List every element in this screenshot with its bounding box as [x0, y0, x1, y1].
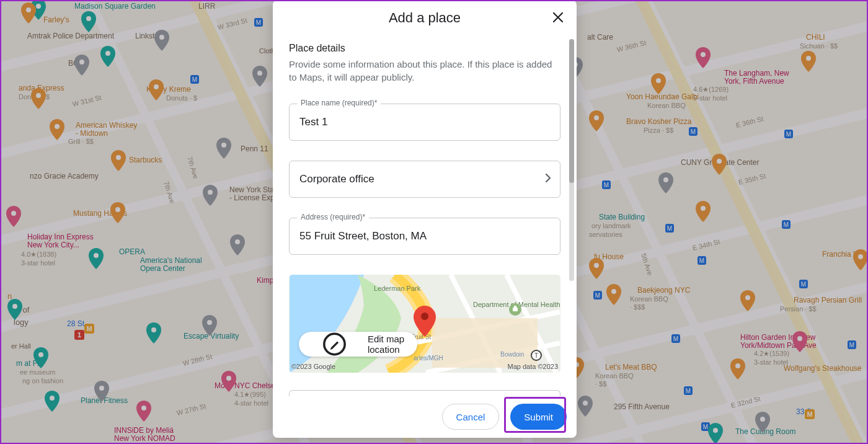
svg-text:T: T: [534, 352, 538, 359]
submit-button[interactable]: Submit: [510, 404, 567, 430]
section-title: Place details: [289, 43, 560, 54]
category-value: Corporate office: [299, 173, 550, 185]
place-name-label: Place name (required)*: [297, 99, 381, 107]
chevron-right-icon: [545, 173, 551, 185]
place-name-field[interactable]: Place name (required)*: [289, 104, 560, 141]
dialog-body: Place details Provide some information a…: [273, 35, 577, 396]
cancel-button[interactable]: Cancel: [442, 404, 500, 430]
dialog-footer: Cancel Submit: [273, 396, 577, 438]
address-input[interactable]: [299, 230, 550, 242]
category-field[interactable]: Corporate office: [289, 161, 560, 198]
svg-rect-98: [432, 318, 538, 368]
dialog-title: Add a place: [389, 10, 461, 26]
location-map-preview[interactable]: Lederman Park Department of Mental Healt…: [289, 275, 560, 373]
next-field-peek: [289, 390, 560, 396]
close-icon: [552, 12, 564, 23]
edit-map-location-button[interactable]: Edit map location: [299, 332, 417, 357]
scrollbar-thumb[interactable]: [569, 39, 574, 183]
mini-map-area2-label: Bowdoin: [500, 351, 524, 358]
place-name-input[interactable]: [299, 116, 550, 128]
address-field[interactable]: Address (required)*: [289, 218, 560, 255]
section-description: Provide some information about this plac…: [289, 58, 560, 84]
map-data-attribution: Map data ©2023: [508, 363, 559, 370]
close-button[interactable]: [549, 9, 567, 26]
address-label: Address (required)*: [297, 213, 369, 221]
mini-map-area1-label: arles/MGH: [414, 355, 443, 362]
edit-location-label: Edit map location: [368, 334, 407, 355]
edit-icon: [306, 332, 363, 357]
svg-point-102: [421, 313, 428, 320]
map-copyright: ©2023 Google: [291, 363, 335, 370]
add-place-dialog: Add a place Place details Provide some i…: [273, 0, 577, 438]
dialog-header: Add a place: [273, 0, 577, 35]
mini-map-park-label: Lederman Park: [374, 285, 421, 292]
